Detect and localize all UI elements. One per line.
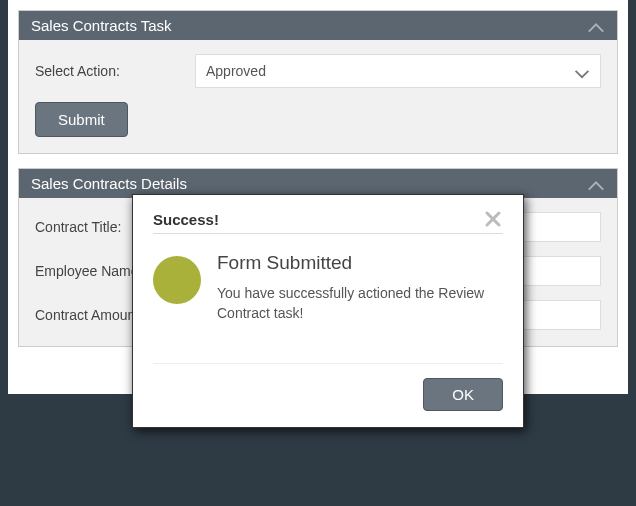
details-panel-title: Sales Contracts Details <box>31 175 187 192</box>
close-icon[interactable] <box>483 209 503 229</box>
task-panel-header[interactable]: Sales Contracts Task <box>19 11 617 40</box>
modal-message: You have successfully actioned the Revie… <box>217 284 503 323</box>
select-action-value: Approved <box>206 63 266 79</box>
chevron-up-icon <box>587 20 605 32</box>
ok-button[interactable]: OK <box>423 378 503 411</box>
modal-heading: Form Submitted <box>217 252 503 274</box>
sales-contracts-task-panel: Sales Contracts Task Select Action: Appr… <box>18 10 618 154</box>
success-modal: Success! Form Submitted You have success… <box>132 194 524 428</box>
select-action-dropdown[interactable]: Approved <box>195 54 601 88</box>
chevron-down-icon <box>574 66 590 76</box>
task-panel-title: Sales Contracts Task <box>31 17 172 34</box>
chevron-up-icon <box>587 178 605 190</box>
submit-button[interactable]: Submit <box>35 102 128 137</box>
modal-title: Success! <box>153 211 219 228</box>
success-icon <box>153 256 201 304</box>
select-action-label: Select Action: <box>35 63 195 79</box>
